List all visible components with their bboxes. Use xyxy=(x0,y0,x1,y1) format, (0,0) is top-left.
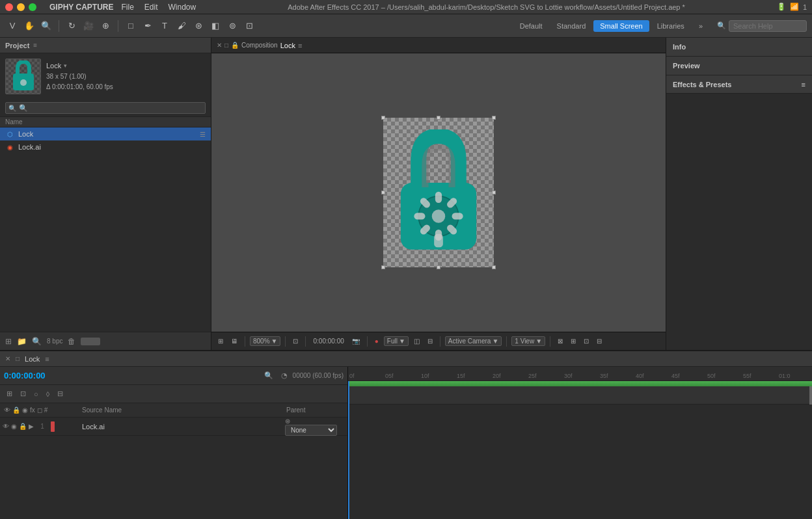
new-comp-btn[interactable]: ⊞ xyxy=(5,337,12,346)
tool-rect-mask[interactable]: □ xyxy=(124,19,138,33)
tl-parent-header: Parent xyxy=(282,406,347,414)
search-btn[interactable]: 🔍 xyxy=(32,337,42,346)
timeline-tab-square: □ xyxy=(16,355,20,362)
tool-select[interactable]: V xyxy=(5,19,20,33)
tl-mask-btn[interactable]: ○ xyxy=(31,389,41,399)
views-value: 1 View xyxy=(515,338,534,345)
layer-expand-btn[interactable]: ▶ xyxy=(29,423,34,430)
handle-bc[interactable] xyxy=(437,265,440,269)
comp-tab-bar: ✕ □ 🔒 Composition Lock xyxy=(211,38,666,53)
vc-grid-btn[interactable]: ⊞ xyxy=(215,337,226,345)
quality-dropdown[interactable]: Full ▼ xyxy=(384,336,409,346)
menu-window[interactable]: Window xyxy=(169,3,196,12)
delete-btn[interactable]: 🗑 xyxy=(68,337,75,346)
handle-bl[interactable] xyxy=(381,265,385,269)
file-name: Lock.ai xyxy=(18,143,41,151)
tool-zoom[interactable]: 🔍 xyxy=(39,19,53,33)
timeline-menu-icon[interactable] xyxy=(45,355,49,363)
menu-edit[interactable]: Edit xyxy=(144,3,158,12)
views-dropdown[interactable]: 1 View ▼ xyxy=(511,336,545,346)
tool-camera[interactable]: 🎥 xyxy=(81,19,96,33)
tool-rotate[interactable]: ↻ xyxy=(64,19,79,33)
vc-render-btn[interactable]: ⊠ xyxy=(555,337,565,345)
project-menu-icon[interactable] xyxy=(33,42,37,49)
tool-clone[interactable]: ⊛ xyxy=(191,19,206,33)
tool-text[interactable]: T xyxy=(157,19,172,33)
vc-color-btn[interactable]: ● xyxy=(372,337,381,345)
vc-grid2-btn[interactable]: ⊟ xyxy=(594,337,604,345)
file-list-header: Name xyxy=(0,117,211,127)
canvas-area[interactable] xyxy=(211,53,666,332)
comp-time: Δ 0:00:01:00, 60.00 fps xyxy=(46,82,113,92)
tool-pan[interactable]: ⊕ xyxy=(98,19,113,33)
vc-snapshot-btn[interactable]: ⊡ xyxy=(581,337,591,345)
tl-motion-btn[interactable]: ⊟ xyxy=(55,388,66,399)
tl-marker-btn[interactable]: ◊ xyxy=(44,389,52,399)
composition-panel: ✕ □ 🔒 Composition Lock xyxy=(211,38,666,350)
vc-sep-1 xyxy=(245,336,245,347)
zoom-arrow: ▼ xyxy=(271,338,278,345)
info-header[interactable]: Info xyxy=(666,38,812,56)
tool-pen[interactable]: ✒ xyxy=(141,19,155,33)
mac-close-button[interactable] xyxy=(5,3,13,11)
timeline-playhead[interactable] xyxy=(348,381,349,519)
handle-br[interactable] xyxy=(492,265,496,269)
handle-mr[interactable] xyxy=(492,191,496,194)
workspace-small-screen[interactable]: Small Screen xyxy=(593,20,649,32)
tl-comp-btn[interactable]: ⊞ xyxy=(4,388,15,399)
timeline-controls-bar: 0:00:00:00 🔍 ◔ 00000 (60.00 fps) xyxy=(0,367,347,385)
mac-maximize-button[interactable] xyxy=(29,3,36,11)
tool-hand[interactable]: ✋ xyxy=(22,19,36,33)
table-row[interactable]: 👁 ◉ 🔒 ▶ 1 Lock.ai ⊛ None xyxy=(0,418,347,436)
list-item[interactable]: ◉ Lock.ai xyxy=(0,140,211,153)
layer-lock-btn[interactable]: 🔒 xyxy=(19,423,27,430)
workspace-more[interactable]: » xyxy=(692,20,709,32)
timeline-tab-close[interactable]: ✕ xyxy=(5,355,10,362)
handle-tc[interactable] xyxy=(437,116,440,120)
timecode-btn[interactable]: 0:00:00:00 xyxy=(310,337,346,345)
timeline-tab-name: Lock xyxy=(25,355,40,363)
comp-tab-close[interactable]: ✕ xyxy=(217,42,222,49)
workspace-standard[interactable]: Standard xyxy=(550,20,593,32)
effects-menu-icon[interactable] xyxy=(802,81,805,88)
list-item[interactable]: ⬡ Lock ☰ xyxy=(0,127,211,140)
timeline-left: 0:00:00:00 🔍 ◔ 00000 (60.00 fps) ⊞ ⊡ ○ ◊… xyxy=(0,367,348,519)
layer-solo-btn[interactable]: ◉ xyxy=(11,423,17,430)
tool-puppet[interactable]: ⊡ xyxy=(242,19,256,33)
tl-solo-btn[interactable]: ◔ xyxy=(278,370,290,381)
vc-toggle2-btn[interactable]: ⊟ xyxy=(425,337,435,345)
vc-camera-snap[interactable]: 📷 xyxy=(349,337,362,345)
handle-tl[interactable] xyxy=(381,116,385,120)
handle-tr[interactable] xyxy=(492,116,496,120)
tool-roto[interactable]: ⊚ xyxy=(225,19,239,33)
parent-dropdown[interactable]: None xyxy=(285,425,337,436)
toolbar-search-input[interactable] xyxy=(729,20,807,32)
workspace-default[interactable]: Default xyxy=(513,20,549,32)
vc-toggle-btn[interactable]: ◫ xyxy=(411,337,422,345)
timeline-current-time[interactable]: 0:00:00:00 xyxy=(4,371,56,380)
tool-brush[interactable]: 🖌 xyxy=(174,19,189,33)
trim-handle-right[interactable] xyxy=(809,386,812,405)
workspace-libraries[interactable]: Libraries xyxy=(651,20,691,32)
vc-grid-overlay-btn[interactable]: ⊡ xyxy=(290,337,301,345)
comp-tab-menu[interactable] xyxy=(298,42,302,49)
menu-file[interactable]: File xyxy=(121,3,133,12)
handle-ml[interactable] xyxy=(381,191,385,194)
layer-name[interactable]: Lock.ai xyxy=(78,423,282,431)
project-search-input[interactable] xyxy=(5,102,206,114)
svg-rect-6 xyxy=(435,191,442,202)
tl-layer-btn[interactable]: ⊡ xyxy=(18,388,29,399)
preview-header[interactable]: Preview xyxy=(666,57,812,75)
mac-minimize-button[interactable] xyxy=(17,3,25,11)
vc-display-btn[interactable]: 🖥 xyxy=(228,337,240,345)
timeline-track-area[interactable] xyxy=(348,381,812,519)
work-area-bar[interactable] xyxy=(348,381,812,386)
zoom-dropdown[interactable]: 800% ▼ xyxy=(250,336,280,346)
vc-sep-2 xyxy=(285,336,286,347)
camera-dropdown[interactable]: Active Camera ▼ xyxy=(445,336,502,346)
tl-search-btn[interactable]: 🔍 xyxy=(262,370,276,381)
folder-btn[interactable]: 📁 xyxy=(17,337,27,346)
vc-output-btn[interactable]: ⊞ xyxy=(568,337,578,345)
tool-eraser[interactable]: ◧ xyxy=(208,19,223,33)
layer-visible-btn[interactable]: 👁 xyxy=(3,423,9,430)
